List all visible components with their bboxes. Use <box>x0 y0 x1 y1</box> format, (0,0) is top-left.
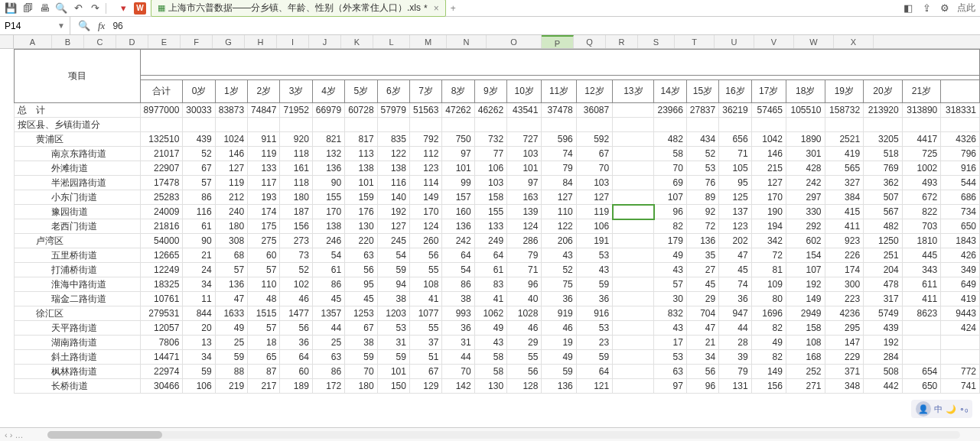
data-cell[interactable]: 424 <box>941 321 980 336</box>
data-cell[interactable]: 159 <box>345 190 377 205</box>
data-cell[interactable]: 217 <box>248 379 280 394</box>
data-cell[interactable]: 161 <box>280 161 312 176</box>
data-cell[interactable]: 156 <box>280 219 312 234</box>
data-cell[interactable]: 45 <box>686 277 718 292</box>
data-cell[interactable]: 88 <box>215 365 247 379</box>
data-cell[interactable]: 103 <box>507 147 542 161</box>
column-header[interactable]: C <box>84 35 116 48</box>
data-cell[interactable]: 38 <box>442 292 474 306</box>
data-cell[interactable]: 117 <box>248 176 280 190</box>
data-cell[interactable]: 57 <box>183 176 215 190</box>
data-cell[interactable]: 76 <box>686 176 718 190</box>
data-cell[interactable]: 81 <box>751 263 786 277</box>
data-cell[interactable]: 21816 <box>140 219 183 234</box>
selected-cell[interactable] <box>613 205 654 219</box>
data-cell[interactable]: 654 <box>902 365 941 379</box>
data-cell[interactable]: 90 <box>312 176 344 190</box>
data-cell[interactable]: 53 <box>576 321 612 336</box>
data-cell[interactable]: 24009 <box>140 205 183 219</box>
data-cell[interactable]: 57979 <box>377 103 409 118</box>
data-cell[interactable]: 2949 <box>786 306 825 321</box>
data-cell[interactable]: 43 <box>474 336 506 350</box>
data-cell[interactable]: 445 <box>902 248 941 263</box>
data-cell[interactable] <box>825 118 864 132</box>
data-cell[interactable]: 215 <box>751 161 786 176</box>
data-cell[interactable]: 124 <box>409 219 441 234</box>
data-cell[interactable]: 63 <box>654 365 686 379</box>
data-cell[interactable] <box>183 118 215 132</box>
data-cell[interactable] <box>248 118 280 132</box>
data-cell[interactable]: 1042 <box>751 132 786 147</box>
data-cell[interactable]: 916 <box>576 306 612 321</box>
data-cell[interactable]: 58 <box>474 350 506 365</box>
data-cell[interactable]: 792 <box>409 132 441 147</box>
data-cell[interactable]: 43 <box>542 248 576 263</box>
data-cell[interactable]: 817 <box>345 132 377 147</box>
data-cell[interactable]: 60 <box>248 248 280 263</box>
data-cell[interactable]: 136 <box>312 161 344 176</box>
data-cell[interactable]: 650 <box>902 379 941 394</box>
data-cell[interactable]: 56 <box>409 248 441 263</box>
data-cell[interactable] <box>613 306 654 321</box>
data-cell[interactable]: 106 <box>183 379 215 394</box>
data-cell[interactable]: 308 <box>215 234 247 248</box>
data-cell[interactable]: 1253 <box>345 306 377 321</box>
data-cell[interactable]: 567 <box>864 205 903 219</box>
data-cell[interactable]: 79 <box>507 248 542 263</box>
data-cell[interactable]: 51 <box>409 350 441 365</box>
data-cell[interactable] <box>613 118 654 132</box>
data-cell[interactable]: 1077 <box>409 306 441 321</box>
data-cell[interactable]: 66979 <box>312 103 344 118</box>
data-cell[interactable] <box>941 118 980 132</box>
column-header[interactable]: P <box>542 35 574 48</box>
data-cell[interactable]: 99 <box>442 176 474 190</box>
data-cell[interactable]: 822 <box>902 205 941 219</box>
data-cell[interactable] <box>613 248 654 263</box>
data-cell[interactable]: 1203 <box>377 306 409 321</box>
data-cell[interactable]: 193 <box>248 190 280 205</box>
data-cell[interactable]: 507 <box>864 190 903 205</box>
data-cell[interactable]: 23 <box>576 336 612 350</box>
data-cell[interactable]: 74 <box>542 147 576 161</box>
data-cell[interactable]: 44 <box>312 321 344 336</box>
data-cell[interactable]: 54 <box>442 263 474 277</box>
data-cell[interactable]: 602 <box>786 234 825 248</box>
new-tab-button[interactable]: + <box>451 3 456 14</box>
column-header[interactable]: A <box>14 35 52 48</box>
data-cell[interactable]: 732 <box>474 132 506 147</box>
data-cell[interactable]: 156 <box>751 379 786 394</box>
data-cell[interactable]: 147 <box>825 336 864 350</box>
data-cell[interactable]: 36 <box>576 292 612 306</box>
data-cell[interactable]: 149 <box>786 292 825 306</box>
data-cell[interactable]: 180 <box>215 219 247 234</box>
data-cell[interactable]: 919 <box>542 306 576 321</box>
column-header[interactable]: I <box>277 35 309 48</box>
data-cell[interactable]: 226 <box>825 248 864 263</box>
name-box[interactable]: ▼ <box>0 17 70 34</box>
data-cell[interactable]: 87 <box>248 365 280 379</box>
data-cell[interactable]: 82 <box>654 219 686 234</box>
data-cell[interactable]: 29 <box>507 336 542 350</box>
print-icon[interactable]: 🖶 <box>38 2 50 15</box>
data-cell[interactable]: 317 <box>864 292 903 306</box>
data-cell[interactable]: 1028 <box>507 306 542 321</box>
data-cell[interactable]: 52 <box>280 263 312 277</box>
data-cell[interactable]: 64 <box>576 365 612 379</box>
data-cell[interactable]: 175 <box>248 219 280 234</box>
data-cell[interactable]: 275 <box>248 234 280 248</box>
data-cell[interactable]: 5749 <box>864 306 903 321</box>
data-cell[interactable]: 127 <box>751 176 786 190</box>
data-cell[interactable]: 36087 <box>576 103 612 118</box>
data-cell[interactable]: 108 <box>786 336 825 350</box>
data-cell[interactable]: 12057 <box>140 321 183 336</box>
column-header[interactable]: U <box>715 35 754 48</box>
data-cell[interactable]: 73 <box>280 248 312 263</box>
data-cell[interactable]: 411 <box>902 292 941 306</box>
data-cell[interactable]: 348 <box>825 379 864 394</box>
data-cell[interactable]: 60 <box>280 365 312 379</box>
data-cell[interactable]: 187 <box>280 205 312 219</box>
data-cell[interactable]: 55 <box>409 321 441 336</box>
data-cell[interactable]: 116 <box>377 176 409 190</box>
settings-icon[interactable]: ⚙ <box>939 2 951 15</box>
data-cell[interactable]: 213920 <box>864 103 903 118</box>
